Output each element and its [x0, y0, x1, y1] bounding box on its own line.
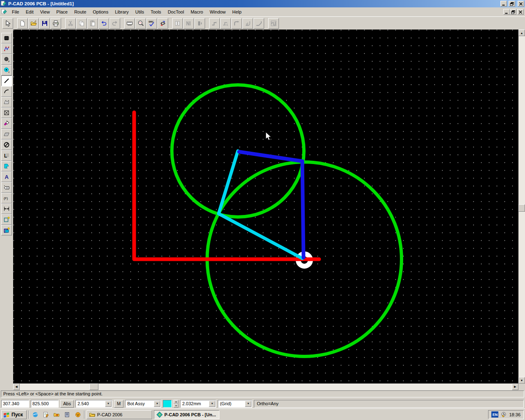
close-button[interactable] — [518, 1, 524, 7]
grid-spacing-select[interactable]: 2.540 ▼ — [75, 400, 112, 408]
printer-icon — [52, 20, 59, 27]
place-cutout-button[interactable] — [1, 129, 12, 139]
spinner-down-button[interactable]: ▼ — [173, 404, 178, 408]
menu-options[interactable]: Options — [89, 8, 112, 16]
menu-route[interactable]: Route — [71, 8, 89, 16]
layer-color-swatch[interactable] — [163, 400, 172, 408]
mdi-minimize-button[interactable] — [503, 9, 510, 15]
x-coordinate-input[interactable] — [1, 400, 29, 408]
place-pad-button[interactable]: P — [1, 54, 12, 65]
menu-tools[interactable]: Tools — [147, 8, 164, 16]
mdi-close-button[interactable] — [517, 9, 524, 15]
folder-export-icon — [53, 411, 60, 418]
main-toolbar: DRC — [0, 16, 525, 30]
route-trace-icon — [211, 20, 218, 27]
layer-spinner: ▲ ▼ — [173, 400, 178, 408]
horizontal-scrollbar[interactable]: ◀ ▶ — [13, 383, 518, 390]
place-connection-button[interactable] — [1, 43, 12, 54]
place-keepout-button[interactable] — [1, 139, 12, 150]
new-button[interactable] — [17, 18, 28, 29]
mdi-restore-button[interactable] — [510, 9, 516, 15]
chevron-down-icon[interactable]: ▼ — [209, 401, 215, 407]
minimize-button[interactable] — [500, 1, 507, 7]
menu-doctool[interactable]: DocTool — [164, 8, 187, 16]
save-button[interactable] — [39, 18, 50, 29]
chevron-down-icon[interactable]: ▼ — [105, 401, 112, 407]
place-room-button[interactable] — [1, 214, 12, 225]
quick-launch-agent[interactable] — [73, 410, 82, 419]
spinner-up-button[interactable]: ▲ — [173, 400, 178, 404]
open-button[interactable] — [28, 18, 39, 29]
vertical-scrollbar[interactable]: ▲ ▼ — [518, 30, 525, 383]
menu-view[interactable]: View — [37, 8, 53, 16]
dimension-icon — [3, 205, 10, 212]
drc-button[interactable]: DRC — [146, 18, 157, 29]
scroll-right-button[interactable]: ▶ — [512, 383, 518, 390]
place-component-button[interactable] — [1, 33, 12, 43]
place-copper-pour-button[interactable] — [1, 118, 12, 129]
scroll-down-button[interactable]: ▼ — [518, 377, 525, 383]
chevron-down-icon[interactable]: ▼ — [154, 401, 160, 407]
eco-button[interactable] — [158, 18, 168, 29]
undo-button[interactable] — [98, 18, 109, 29]
vertical-scroll-track[interactable] — [518, 36, 525, 377]
menu-window[interactable]: Window — [206, 8, 229, 16]
menu-library[interactable]: Library — [112, 8, 132, 16]
scroll-up-button[interactable]: ▲ — [518, 30, 525, 36]
internet-explorer-icon — [32, 411, 39, 418]
via-icon: V — [3, 67, 10, 73]
quick-launch-editor[interactable] — [41, 410, 50, 419]
placement-toolbar: P V L A {F} — [0, 30, 13, 383]
task-pcad-folder[interactable]: P-CAD 2006 — [87, 410, 152, 419]
route-interactive-button — [220, 18, 231, 29]
ruler-icon — [126, 20, 133, 27]
y-coordinate-input[interactable] — [31, 400, 59, 408]
quick-launch-browser[interactable] — [31, 410, 40, 419]
chevron-down-icon[interactable]: ▼ — [245, 401, 251, 407]
menu-help[interactable]: Help — [229, 8, 245, 16]
place-pour-cutout-button[interactable] — [1, 161, 12, 171]
abs-rel-toggle-button[interactable]: Abs — [60, 400, 74, 408]
task-pcad-pcb[interactable]: P-CAD 2006 PCB - [Un... — [154, 410, 219, 419]
snap-mode-select[interactable]: (Grid) ▼ — [218, 400, 252, 408]
copy-icon — [78, 20, 85, 27]
menu-place[interactable]: Place — [53, 8, 71, 16]
tray-utility-icon[interactable] — [500, 411, 507, 418]
scissors-icon — [67, 20, 74, 27]
place-rooms-button[interactable] — [1, 225, 12, 235]
layer-select[interactable]: Bot Assy ▼ — [125, 400, 161, 408]
place-field-button[interactable]: {F} — [1, 193, 12, 203]
place-line-button[interactable] — [1, 75, 12, 86]
menu-edit[interactable]: Edit — [23, 8, 37, 16]
place-ref-point-button[interactable] — [1, 107, 12, 118]
pcb-canvas[interactable] — [13, 30, 518, 383]
menu-utils[interactable]: Utils — [132, 8, 147, 16]
quick-launch-export[interactable] — [52, 410, 61, 419]
start-button[interactable]: Пуск — [1, 410, 27, 419]
scroll-left-button[interactable]: ◀ — [13, 383, 20, 390]
place-via-button[interactable]: V — [1, 65, 12, 75]
select-tool-button[interactable] — [2, 18, 13, 29]
horizontal-scroll-thumb[interactable] — [89, 383, 98, 390]
place-attribute-button[interactable] — [1, 182, 12, 193]
place-polygon-button[interactable] — [1, 97, 12, 107]
place-plane-button[interactable]: L — [1, 150, 12, 161]
quick-launch-book[interactable] — [63, 410, 72, 419]
line-width-select[interactable]: 2.032mm ▼ — [180, 400, 216, 408]
menu-macro[interactable]: Macro — [187, 8, 207, 16]
menu-file[interactable]: File — [9, 8, 23, 16]
place-dimension-button[interactable] — [1, 203, 12, 214]
vertical-scroll-thumb[interactable] — [518, 204, 525, 212]
language-indicator[interactable]: EN — [491, 411, 498, 418]
task-label: P-CAD 2006 PCB - [Un... — [164, 412, 216, 417]
document-icon[interactable] — [1, 9, 7, 15]
place-arc-button[interactable] — [1, 86, 12, 97]
clock[interactable]: 18:36 — [509, 412, 520, 417]
horizontal-scroll-track[interactable] — [20, 383, 512, 390]
measure-button[interactable] — [124, 18, 135, 29]
restore-button[interactable] — [509, 1, 515, 7]
zoom-window-button[interactable] — [135, 18, 146, 29]
place-text-button[interactable]: A — [1, 171, 12, 182]
metric-toggle-button[interactable]: M — [114, 400, 123, 408]
print-button[interactable] — [50, 18, 61, 29]
